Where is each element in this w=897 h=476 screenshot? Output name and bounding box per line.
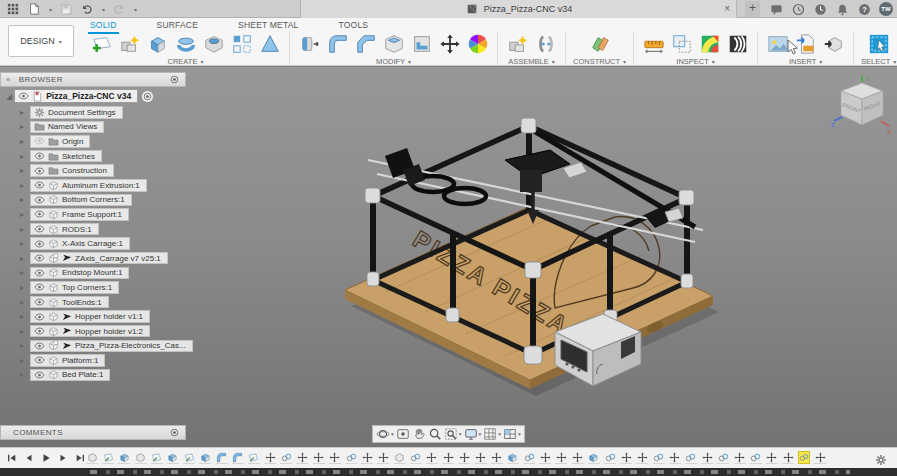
visibility-eye-icon[interactable] [34, 371, 45, 379]
browser-item[interactable]: ▸RODS:1 [20, 222, 193, 237]
job-status-icon[interactable] [813, 2, 827, 16]
timeline-feature-sketch-icon[interactable] [102, 451, 114, 464]
fit-button[interactable]: ▾ [444, 427, 462, 441]
chamfer-button[interactable] [353, 31, 378, 56]
expand-caret-icon[interactable]: ▸ [20, 341, 30, 350]
group-dropdown-construct[interactable]: CONSTRUCT ▾ [573, 57, 626, 66]
browser-item[interactable]: ▸Named Views [20, 120, 193, 135]
timeline-feature-joint-icon[interactable] [604, 451, 616, 464]
expand-caret-icon[interactable]: ▸ [20, 298, 30, 307]
redo-icon[interactable] [112, 2, 126, 16]
browser-item-pill[interactable]: Pizza_Pizza-Electronics_Cas... [30, 340, 193, 353]
browser-item[interactable]: ▸Document Settings [20, 105, 193, 120]
browser-item-pill[interactable]: Frame Support:1 [30, 208, 129, 221]
timeline-feature-sketch-icon[interactable] [183, 451, 195, 464]
browser-item-pill[interactable]: Endstop Mount:1 [30, 267, 129, 280]
grid-display-button[interactable]: ▾ [483, 427, 501, 441]
visibility-eye-icon[interactable] [34, 225, 45, 233]
pan-button[interactable] [412, 427, 426, 441]
expand-caret-icon[interactable]: ◢ [6, 92, 12, 101]
curvature-button[interactable] [697, 31, 722, 56]
browser-item-pill[interactable]: Bottom Corners:1 [30, 194, 132, 207]
timeline-feature-sketch-icon[interactable] [248, 451, 260, 464]
look-at-button[interactable] [396, 427, 410, 441]
timeline-feature-joint-icon[interactable] [798, 451, 810, 464]
timeline-feature-move-icon[interactable] [491, 451, 503, 464]
timeline-feature-move-icon[interactable] [329, 451, 341, 464]
display-settings-button[interactable]: ▾ [464, 427, 482, 441]
timeline-feature-component-icon[interactable] [394, 451, 406, 464]
timeline-feature-fillet-icon[interactable] [232, 451, 244, 464]
cnc-machine-model[interactable]: PIZZA PIZZA [315, 112, 745, 417]
browser-item-pill[interactable]: ZAxis_Carrage v7 v25:1 [30, 252, 168, 265]
appearance-button[interactable] [465, 31, 490, 56]
timeline-feature-component-icon[interactable] [86, 451, 98, 464]
skip-end-button[interactable] [74, 451, 86, 464]
timeline-feature-move-icon[interactable] [620, 451, 632, 464]
collapse-left-icon[interactable]: « [6, 75, 11, 84]
browser-item[interactable]: ▸Origin [20, 134, 193, 149]
group-dropdown-create[interactable]: CREATE ▾ [168, 57, 204, 66]
timeline-feature-move-icon[interactable] [296, 451, 308, 464]
browser-item[interactable]: ▸Aluminum Extrusion:1 [20, 178, 193, 193]
timeline-feature-joint-icon[interactable] [685, 451, 697, 464]
viewports-button[interactable]: ▾ [503, 427, 521, 441]
visibility-eye-icon[interactable] [34, 342, 45, 350]
browser-item[interactable]: ▸X-Axis Carrage:1 [20, 236, 193, 251]
timeline-feature-joint-icon[interactable] [523, 451, 535, 464]
timeline-feature-sketch-icon[interactable] [151, 451, 163, 464]
interference-button[interactable] [669, 31, 694, 56]
insert-mesh-button[interactable] [821, 31, 846, 56]
visibility-eye-icon[interactable] [34, 313, 45, 321]
timeline-feature-move-icon[interactable] [361, 451, 373, 464]
expand-caret-icon[interactable]: ▸ [20, 166, 30, 175]
orbit-button[interactable]: ▾ [376, 427, 394, 441]
browser-root-row[interactable]: ◢ Pizza_Pizza-CNC v34 [6, 89, 153, 103]
browser-item-pill[interactable]: X-Axis Carrage:1 [30, 237, 130, 250]
browser-item[interactable]: ▸Bed Plate:1 [20, 368, 193, 383]
expand-caret-icon[interactable]: ▸ [20, 356, 30, 365]
browser-item-pill[interactable]: Document Settings [30, 106, 123, 119]
timeline-feature-extrude-icon[interactable] [588, 451, 600, 464]
group-dropdown-inspect[interactable]: INSPECT ▾ [676, 57, 714, 66]
step-forward-button[interactable] [57, 451, 69, 464]
browser-item[interactable]: ▸Endstop Mount:1 [20, 266, 193, 281]
visibility-eye-icon[interactable] [34, 356, 45, 364]
browser-item-pill[interactable]: Aluminum Extrusion:1 [30, 179, 147, 192]
skip-start-button[interactable] [6, 451, 18, 464]
save-icon[interactable] [59, 2, 73, 16]
visibility-eye-icon[interactable] [18, 92, 29, 100]
timeline-feature-move-icon[interactable] [669, 451, 681, 464]
timeline-feature-move-icon[interactable] [814, 451, 826, 464]
new-tab-button[interactable]: + [745, 1, 760, 17]
user-avatar[interactable]: TW [879, 2, 893, 16]
undo-icon[interactable] [80, 2, 94, 16]
visibility-eye-icon[interactable] [34, 254, 45, 262]
browser-item[interactable]: ▸Hopper holder v1:2 [20, 324, 193, 339]
expand-caret-icon[interactable]: ▸ [20, 225, 30, 234]
browser-item-pill[interactable]: RODS:1 [30, 223, 99, 236]
expand-caret-icon[interactable]: ▸ [20, 181, 30, 190]
expand-caret-icon[interactable]: ▸ [20, 108, 30, 117]
create-form-button[interactable] [117, 31, 142, 56]
hole-button[interactable] [201, 31, 226, 56]
pattern-button[interactable] [229, 31, 254, 56]
construction-plane-button[interactable] [587, 31, 612, 56]
timeline-feature-joint-icon[interactable] [280, 451, 292, 464]
browser-item[interactable]: ▸Top Corners:1 [20, 280, 193, 295]
timeline-feature-extrude-icon[interactable] [199, 451, 211, 464]
new-component-button[interactable] [505, 31, 530, 56]
measure-button[interactable] [641, 31, 666, 56]
play-button[interactable] [40, 451, 52, 464]
workspace-design-dropdown[interactable]: DESIGN ▾ [8, 25, 74, 57]
browser-item[interactable]: ▸Pizza_Pizza-Electronics_Cas... [20, 339, 193, 354]
timeline-feature-joint-icon[interactable] [410, 451, 422, 464]
group-dropdown-insert[interactable]: INSERT ▾ [789, 57, 822, 66]
step-back-button[interactable] [23, 451, 35, 464]
group-dropdown-assemble[interactable]: ASSEMBLE ▾ [508, 57, 555, 66]
browser-item[interactable]: ▸ToolEnds:1 [20, 295, 193, 310]
panel-options-icon[interactable] [170, 75, 179, 84]
visibility-eye-icon[interactable] [34, 152, 45, 160]
visibility-eye-icon[interactable] [34, 283, 45, 291]
timeline-feature-move-icon[interactable] [475, 451, 487, 464]
